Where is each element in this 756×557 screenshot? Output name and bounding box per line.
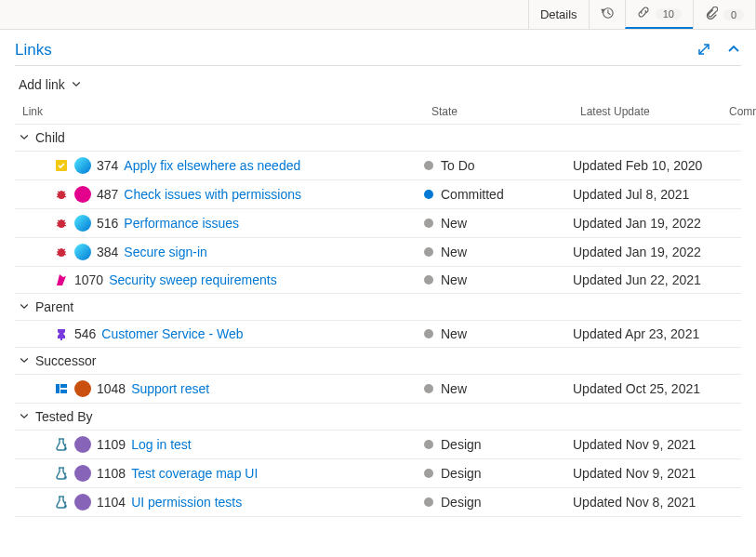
- work-item-title[interactable]: Support reset: [131, 381, 209, 396]
- link-row[interactable]: 374 Apply fix elsewhere as needed To Do …: [15, 152, 741, 180]
- link-cell: 1109 Log in test: [15, 436, 424, 453]
- link-cell: 384 Secure sign-in: [15, 244, 424, 260]
- work-item-title[interactable]: Security sweep requirements: [109, 272, 277, 287]
- requirement-icon: [54, 272, 69, 287]
- tab-history[interactable]: [589, 0, 625, 29]
- expand-icon[interactable]: [696, 42, 711, 60]
- avatar: [74, 157, 91, 174]
- update-cell: Updated Feb 10, 2020: [573, 158, 722, 173]
- update-cell: Updated Jun 22, 2021: [573, 272, 722, 287]
- avatar: [74, 465, 91, 482]
- work-item-id: 1108: [97, 466, 126, 481]
- work-item-id: 516: [97, 216, 118, 231]
- panel-header: Links: [15, 41, 741, 66]
- test-icon: [54, 495, 69, 510]
- work-item-title[interactable]: Test coverage map UI: [131, 466, 258, 481]
- task-icon: [54, 158, 69, 173]
- link-row[interactable]: 1108 Test coverage map UI Design Updated…: [15, 459, 741, 488]
- state-dot-icon: [424, 384, 433, 393]
- link-row[interactable]: 1104 UI permission tests Design Updated …: [15, 488, 741, 517]
- attachments-count: 0: [723, 9, 744, 20]
- links-count: 10: [656, 8, 682, 20]
- panel-actions: [696, 42, 741, 60]
- state-cell: Design: [424, 437, 573, 452]
- state-cell: New: [424, 381, 573, 396]
- state-dot-icon: [424, 247, 433, 257]
- avatar: [74, 436, 91, 453]
- state-dot-icon: [424, 161, 433, 170]
- work-item-title[interactable]: Apply fix elsewhere as needed: [124, 158, 300, 173]
- add-link-button[interactable]: Add link: [19, 77, 82, 92]
- state-label: New: [441, 381, 467, 396]
- state-dot-icon: [424, 219, 433, 228]
- svg-rect-5: [60, 338, 62, 340]
- link-icon: [637, 6, 650, 21]
- update-cell: Updated Apr 23, 2021: [573, 326, 722, 341]
- link-row[interactable]: 1109 Log in test Design Updated Nov 9, 2…: [15, 431, 741, 459]
- state-dot-icon: [424, 440, 433, 449]
- state-cell: New: [424, 272, 573, 287]
- update-cell: Updated Nov 9, 2021: [573, 437, 722, 452]
- state-cell: New: [424, 216, 573, 231]
- state-cell: New: [424, 245, 573, 259]
- state-label: Design: [441, 437, 482, 452]
- tab-details[interactable]: Details: [528, 0, 589, 29]
- avatar: [74, 380, 91, 397]
- work-item-id: 1104: [97, 495, 126, 510]
- collapse-icon[interactable]: [726, 42, 741, 60]
- column-headers: Link State Latest Update Comments: [15, 101, 741, 125]
- state-label: New: [441, 326, 467, 341]
- work-item-title[interactable]: Secure sign-in: [124, 245, 207, 259]
- avatar: [74, 244, 91, 260]
- col-state: State: [431, 105, 580, 118]
- tab-attachments[interactable]: 0: [693, 0, 756, 29]
- epic-icon: [54, 326, 69, 341]
- panel-title: Links: [15, 41, 52, 60]
- update-cell: Updated Jul 8, 2021: [573, 187, 722, 202]
- update-cell: Updated Oct 25, 2021: [573, 381, 722, 396]
- history-icon: [601, 7, 614, 22]
- link-cell: 516 Performance issues: [15, 215, 424, 232]
- state-cell: Design: [424, 495, 573, 510]
- state-label: Design: [441, 466, 482, 481]
- link-row[interactable]: 487 Check issues with permissions Commit…: [15, 180, 741, 209]
- state-dot-icon: [424, 190, 433, 199]
- update-cell: Updated Nov 8, 2021: [573, 495, 722, 510]
- state-cell: To Do: [424, 158, 573, 173]
- tab-links[interactable]: 10: [625, 0, 693, 29]
- svg-rect-6: [56, 384, 60, 393]
- link-row[interactable]: 546 Customer Service - Web New Updated A…: [15, 321, 741, 348]
- work-item-id: 1070: [74, 272, 103, 287]
- work-item-id: 1048: [97, 381, 126, 396]
- group-header[interactable]: Child: [15, 125, 741, 152]
- col-update: Latest Update: [580, 105, 729, 118]
- chevron-down-icon: [19, 299, 30, 314]
- chevron-down-icon: [19, 353, 30, 368]
- avatar: [74, 186, 91, 203]
- link-cell: 1048 Support reset: [15, 380, 424, 397]
- link-row[interactable]: 1048 Support reset New Updated Oct 25, 2…: [15, 375, 741, 404]
- state-dot-icon: [424, 497, 433, 507]
- state-label: New: [441, 272, 467, 287]
- feature-icon: [54, 381, 69, 396]
- group-name: Tested By: [35, 409, 92, 424]
- link-row[interactable]: 516 Performance issues New Updated Jan 1…: [15, 209, 741, 238]
- work-item-title[interactable]: Log in test: [131, 437, 192, 452]
- state-label: New: [441, 216, 467, 231]
- work-item-id: 546: [74, 326, 96, 341]
- work-item-title[interactable]: Customer Service - Web: [101, 326, 243, 341]
- attachment-icon: [705, 7, 718, 22]
- add-link-label: Add link: [19, 77, 65, 92]
- group-header[interactable]: Parent: [15, 294, 741, 321]
- work-item-title[interactable]: UI permission tests: [131, 495, 242, 510]
- group-header[interactable]: Successor: [15, 348, 741, 375]
- group-header[interactable]: Tested By: [15, 404, 741, 431]
- test-icon: [54, 437, 69, 452]
- link-row[interactable]: 384 Secure sign-in New Updated Jan 19, 2…: [15, 238, 741, 267]
- work-item-title[interactable]: Performance issues: [124, 216, 239, 231]
- state-cell: Committed: [424, 187, 573, 202]
- avatar: [74, 494, 91, 511]
- link-row[interactable]: 1070 Security sweep requirements New Upd…: [15, 267, 741, 294]
- update-cell: Updated Jan 19, 2022: [573, 216, 722, 231]
- work-item-title[interactable]: Check issues with permissions: [124, 187, 301, 202]
